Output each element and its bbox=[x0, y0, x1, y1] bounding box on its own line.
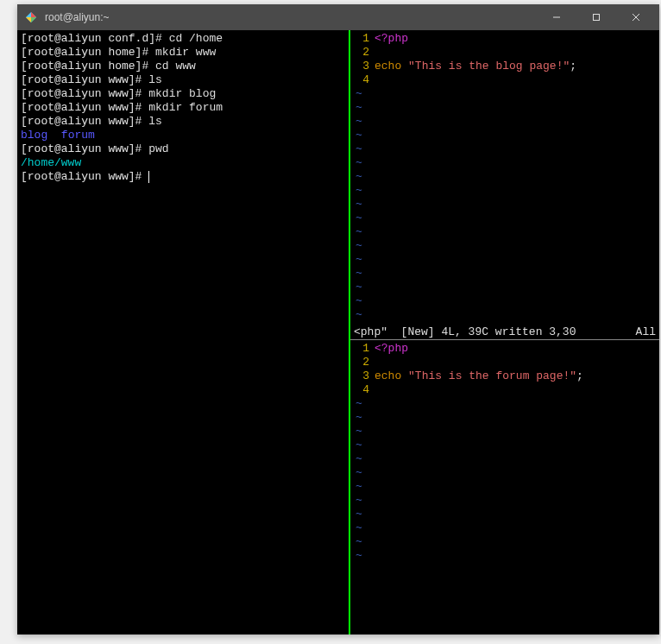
code-content: <?php bbox=[375, 32, 408, 46]
empty-line-marker: ~ bbox=[354, 101, 659, 115]
line-number: 4 bbox=[354, 383, 375, 397]
path-output: /home/www bbox=[21, 156, 81, 169]
line-number: 1 bbox=[354, 342, 375, 356]
code-content: <?php bbox=[375, 342, 408, 356]
svg-rect-5 bbox=[594, 15, 600, 21]
empty-line-marker: ~ bbox=[354, 549, 659, 563]
empty-line-marker: ~ bbox=[354, 253, 659, 267]
empty-line-marker: ~ bbox=[354, 294, 659, 308]
terminal-pane[interactable]: [root@aliyun conf.d]# cd /home[root@aliy… bbox=[17, 30, 349, 635]
svg-marker-1 bbox=[31, 12, 36, 17]
empty-line-marker: ~ bbox=[354, 170, 659, 184]
window-title: root@aliyun:~ bbox=[45, 11, 537, 23]
terminal-line: [root@aliyun home]# mkdir www bbox=[21, 46, 345, 60]
svg-marker-3 bbox=[26, 17, 31, 22]
empty-line-marker: ~ bbox=[354, 239, 659, 253]
empty-line-marker: ~ bbox=[354, 480, 659, 494]
code-line: 1<?php bbox=[354, 32, 659, 46]
code-line: 4 bbox=[354, 383, 659, 397]
editor-status-line: <php" [New] 4L, 39C written 3,30 All bbox=[350, 325, 659, 340]
editor-pane: 1<?php23echo "This is the blog page!";4~… bbox=[350, 30, 659, 635]
empty-line-marker: ~ bbox=[354, 87, 659, 101]
shell-command: ls bbox=[142, 73, 161, 86]
close-button[interactable] bbox=[616, 4, 656, 30]
empty-line-marker: ~ bbox=[354, 521, 659, 535]
terminal-line: /home/www bbox=[21, 156, 345, 170]
shell-prompt: [root@aliyun www]# bbox=[21, 87, 142, 100]
code-line: 1<?php bbox=[354, 342, 659, 356]
empty-line-marker: ~ bbox=[354, 308, 659, 322]
maximize-button[interactable] bbox=[576, 4, 616, 30]
minimize-button[interactable] bbox=[537, 4, 576, 30]
terminal-line: [root@aliyun www]# mkdir blog bbox=[21, 87, 345, 101]
status-position: All bbox=[636, 325, 656, 338]
svg-marker-2 bbox=[31, 17, 36, 22]
code-line: 2 bbox=[354, 46, 659, 60]
directory-name: blog bbox=[21, 129, 47, 142]
line-number: 3 bbox=[354, 369, 375, 383]
shell-prompt: [root@aliyun www]# bbox=[21, 170, 142, 183]
empty-line-marker: ~ bbox=[354, 411, 659, 425]
empty-line-marker: ~ bbox=[354, 129, 659, 142]
shell-command: cd /home bbox=[162, 32, 223, 45]
empty-line-marker: ~ bbox=[354, 115, 659, 129]
line-number: 1 bbox=[354, 32, 375, 46]
shell-command: ls bbox=[142, 115, 161, 128]
empty-line-marker: ~ bbox=[354, 452, 659, 466]
terminal-line: [root@aliyun www]# pwd bbox=[21, 142, 345, 156]
code-line: 3echo "This is the blog page!"; bbox=[354, 60, 659, 73]
line-number: 2 bbox=[354, 46, 375, 60]
empty-line-marker: ~ bbox=[354, 198, 659, 212]
empty-line-marker: ~ bbox=[354, 184, 659, 198]
empty-line-marker: ~ bbox=[354, 535, 659, 549]
terminal-cursor bbox=[148, 171, 149, 183]
empty-line-marker: ~ bbox=[354, 142, 659, 156]
code-line: 3echo "This is the forum page!"; bbox=[354, 369, 659, 383]
empty-line-marker: ~ bbox=[354, 425, 659, 439]
shell-command: mkdir blog bbox=[142, 87, 216, 100]
empty-line-marker: ~ bbox=[354, 267, 659, 281]
code-line: 2 bbox=[354, 356, 659, 369]
content-area: [root@aliyun conf.d]# cd /home[root@aliy… bbox=[17, 30, 659, 635]
shell-command: mkdir forum bbox=[142, 101, 223, 114]
shell-prompt: [root@aliyun conf.d]# bbox=[21, 32, 162, 45]
shell-prompt: [root@aliyun www]# bbox=[21, 73, 142, 86]
shell-prompt: [root@aliyun home]# bbox=[21, 60, 148, 73]
terminal-line: [root@aliyun www]# bbox=[21, 170, 345, 184]
terminal-window: root@aliyun:~ [root@aliyun conf.d]# cd /… bbox=[17, 4, 659, 635]
terminal-line: [root@aliyun www]# ls bbox=[21, 115, 345, 129]
status-text: <php" [New] 4L, 39C written 3,30 bbox=[354, 325, 636, 338]
line-number: 4 bbox=[354, 73, 375, 87]
empty-line-marker: ~ bbox=[354, 439, 659, 452]
code-content: echo "This is the forum page!"; bbox=[375, 369, 583, 383]
shell-prompt: [root@aliyun www]# bbox=[21, 115, 142, 128]
terminal-line: [root@aliyun home]# cd www bbox=[21, 60, 345, 73]
shell-command: mkdir www bbox=[148, 46, 216, 59]
line-number: 3 bbox=[354, 60, 375, 73]
terminal-line: [root@aliyun conf.d]# cd /home bbox=[21, 32, 345, 46]
empty-line-marker: ~ bbox=[354, 281, 659, 294]
terminal-line: blog forum bbox=[21, 129, 345, 142]
editor-top-pane[interactable]: 1<?php23echo "This is the blog page!";4~… bbox=[350, 30, 659, 325]
code-content: echo "This is the blog page!"; bbox=[375, 60, 576, 73]
terminal-line: [root@aliyun www]# ls bbox=[21, 73, 345, 87]
empty-line-marker: ~ bbox=[354, 225, 659, 239]
editor-bottom-pane[interactable]: 1<?php23echo "This is the forum page!";4… bbox=[350, 340, 659, 635]
shell-command: pwd bbox=[142, 142, 168, 155]
empty-line-marker: ~ bbox=[354, 212, 659, 225]
titlebar[interactable]: root@aliyun:~ bbox=[17, 4, 659, 30]
code-line: 4 bbox=[354, 73, 659, 87]
shell-command: cd www bbox=[148, 60, 196, 73]
shell-prompt: [root@aliyun home]# bbox=[21, 46, 148, 59]
window-controls bbox=[537, 4, 656, 30]
shell-prompt: [root@aliyun www]# bbox=[21, 101, 142, 114]
app-icon bbox=[24, 10, 38, 24]
directory-name: forum bbox=[61, 129, 95, 142]
line-number: 2 bbox=[354, 356, 375, 369]
empty-line-marker: ~ bbox=[354, 397, 659, 411]
shell-prompt: [root@aliyun www]# bbox=[21, 142, 142, 155]
empty-line-marker: ~ bbox=[354, 508, 659, 521]
terminal-line: [root@aliyun www]# mkdir forum bbox=[21, 101, 345, 115]
shell-command bbox=[142, 170, 148, 183]
empty-line-marker: ~ bbox=[354, 156, 659, 170]
